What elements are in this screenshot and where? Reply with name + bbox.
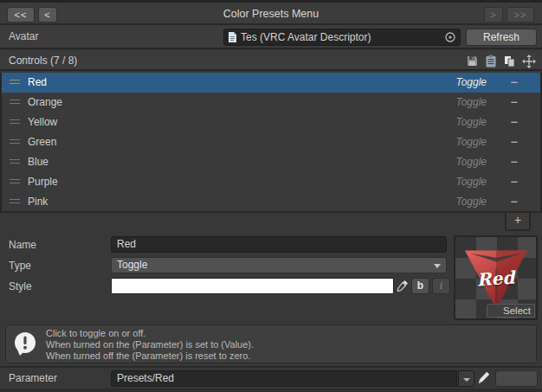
- bottom-edge: [0, 389, 542, 392]
- controls-header: Controls (7 / 8): [0, 51, 542, 71]
- avatar-object-value: Tes (VRC Avatar Descriptor): [241, 31, 444, 43]
- move-icon: [522, 55, 536, 68]
- drag-handle-icon[interactable]: [10, 139, 20, 146]
- object-picker-icon[interactable]: [444, 31, 456, 43]
- list-item-purple[interactable]: Purple Toggle −: [2, 172, 540, 192]
- help-line-2: When turned on the (Parameter) is set to…: [46, 339, 254, 350]
- avatar-label: Avatar: [9, 30, 38, 42]
- info-bubble-icon: [13, 331, 37, 357]
- item-name: Pink: [28, 196, 48, 208]
- item-type: Toggle: [455, 196, 487, 208]
- list-item-red[interactable]: Red Toggle −: [2, 73, 540, 93]
- item-type: Toggle: [455, 136, 487, 148]
- save-icon: [467, 55, 478, 67]
- type-dropdown[interactable]: Toggle: [111, 257, 447, 273]
- help-line-1: Click to toggle on or off.: [46, 328, 254, 339]
- remove-item-button[interactable]: −: [507, 174, 521, 190]
- italic-button[interactable]: i: [432, 278, 450, 294]
- type-label: Type: [9, 260, 31, 272]
- item-type: Toggle: [455, 176, 487, 188]
- edit-parameter-button[interactable]: [477, 370, 493, 387]
- item-name: Purple: [28, 176, 58, 188]
- item-type: Toggle: [455, 76, 487, 88]
- remove-item-button[interactable]: −: [507, 194, 521, 209]
- chevron-down-icon: [434, 264, 441, 268]
- parameter-field[interactable]: Presets/Red: [111, 370, 457, 387]
- list-item-pink[interactable]: Pink Toggle −: [2, 192, 540, 212]
- move-button[interactable]: [521, 54, 537, 68]
- add-item-button[interactable]: +: [505, 213, 531, 231]
- remove-item-button[interactable]: −: [507, 134, 521, 150]
- clipboard-icon: [486, 55, 496, 67]
- chevron-down-icon: [463, 378, 470, 382]
- select-style-button[interactable]: Select: [487, 304, 535, 318]
- remove-item-button[interactable]: −: [507, 94, 521, 110]
- parameter-row: Parameter Presets/Red: [0, 368, 542, 389]
- remove-item-button[interactable]: −: [507, 114, 521, 130]
- parameter-value-field[interactable]: [495, 370, 538, 387]
- eyedropper-icon: [396, 279, 410, 292]
- item-name: Green: [28, 136, 56, 148]
- drag-handle-icon[interactable]: [10, 179, 20, 186]
- list-item-green[interactable]: Green Toggle −: [2, 132, 540, 152]
- avatar-object-field[interactable]: Tes (VRC Avatar Descriptor): [223, 29, 461, 46]
- drag-handle-icon[interactable]: [10, 100, 20, 106]
- list-item-yellow[interactable]: Yellow Toggle −: [2, 112, 540, 132]
- type-value: Toggle: [117, 259, 147, 271]
- drag-handle-icon[interactable]: [10, 80, 20, 87]
- drag-handle-icon[interactable]: [10, 119, 20, 126]
- item-name: Blue: [28, 156, 48, 168]
- item-name: Red: [28, 76, 47, 88]
- item-type: Toggle: [455, 156, 487, 168]
- controls-list: Red Toggle − Orange Toggle − Yellow Togg…: [0, 73, 542, 213]
- titlebar: << < Color Presets Menu > >>: [0, 0, 542, 25]
- forward-all-button[interactable]: >>: [507, 7, 534, 22]
- style-input[interactable]: [111, 278, 394, 294]
- paste-button[interactable]: [483, 54, 499, 68]
- list-item-blue[interactable]: Blue Toggle −: [2, 152, 540, 172]
- window-title: Color Presets Menu: [0, 8, 542, 20]
- bold-button[interactable]: b: [411, 278, 429, 294]
- remove-item-button[interactable]: −: [507, 154, 521, 170]
- item-type: Toggle: [455, 116, 487, 128]
- item-name: Yellow: [28, 116, 57, 128]
- refresh-button[interactable]: Refresh: [466, 29, 537, 46]
- drag-handle-icon[interactable]: [10, 159, 20, 166]
- style-preview: Red Select: [454, 235, 538, 320]
- preset-logo-icon: [461, 241, 532, 312]
- help-line-3: When turned off the (Parameter) is reset…: [46, 350, 254, 362]
- item-name: Orange: [28, 96, 62, 108]
- controls-count-label: Controls (7 / 8): [9, 55, 77, 67]
- pencil-icon: [477, 370, 491, 384]
- list-item-orange[interactable]: Orange Toggle −: [2, 93, 540, 112]
- color-presets-window: << < Color Presets Menu > >> Avatar Tes …: [0, 0, 542, 392]
- forward-button[interactable]: >: [484, 7, 503, 22]
- drag-handle-icon[interactable]: [10, 199, 20, 206]
- copy-button[interactable]: [502, 54, 518, 68]
- script-file-icon: [228, 31, 237, 43]
- avatar-row: Avatar Tes (VRC Avatar Descriptor) Refre…: [0, 25, 542, 49]
- parameter-dropdown-button[interactable]: [458, 370, 474, 387]
- copy-icon: [504, 55, 516, 67]
- help-box: Click to toggle on or off. When turned o…: [5, 325, 537, 363]
- item-type: Toggle: [455, 96, 487, 108]
- remove-item-button[interactable]: −: [507, 74, 521, 90]
- style-label: Style: [9, 280, 32, 292]
- eyedropper-button[interactable]: [396, 279, 410, 293]
- parameter-label: Parameter: [9, 372, 57, 384]
- name-label: Name: [9, 239, 36, 251]
- save-button[interactable]: [464, 54, 480, 68]
- name-field[interactable]: Red: [111, 236, 447, 253]
